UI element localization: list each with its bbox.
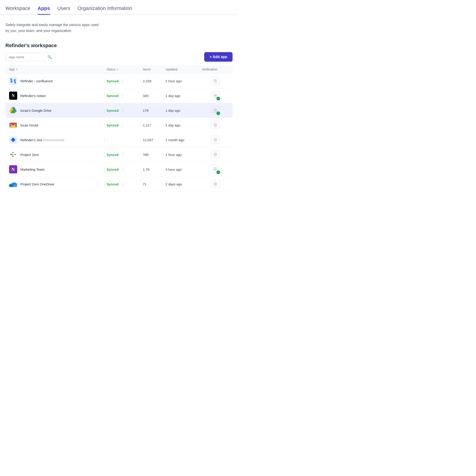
search-icon: 🔍 [47, 55, 52, 59]
verification-cell [202, 136, 229, 144]
status-menu-dots[interactable]: ⋮ [121, 78, 125, 84]
status-cell: Synced ⋮ [106, 93, 143, 98]
svg-text:N: N [12, 167, 15, 172]
verification-shield[interactable]: ✓ [211, 92, 220, 100]
verification-shield[interactable] [211, 151, 220, 159]
app-name: lucas's Google Drive [20, 109, 51, 112]
svg-rect-23 [12, 154, 13, 155]
svg-point-1 [215, 81, 216, 82]
app-menu-dots[interactable]: ⋮ [102, 78, 106, 84]
status-synced: Synced [106, 79, 119, 83]
table-row: N Refinder's notion ⋮ Synced ⋮ 345 1 day… [5, 88, 233, 103]
status-menu-dots[interactable]: ⋮ [121, 123, 125, 128]
status-cell: Synced ⋮ [106, 182, 143, 187]
verification-shield[interactable] [211, 136, 220, 144]
verification-shield[interactable]: ✓ [211, 165, 220, 173]
verification-shield[interactable] [211, 77, 220, 85]
status-cell: Synced ⋮ [106, 123, 143, 128]
add-app-button[interactable]: + Add app [204, 52, 233, 62]
app-name: Refinder - confluence [20, 79, 53, 83]
svg-point-36 [215, 154, 216, 155]
app-name: Marketing Team [20, 168, 44, 171]
tab-apps[interactable]: Apps [38, 5, 50, 15]
toolbar: 🔍 + Add app [0, 52, 238, 65]
status-synced: Synced [106, 94, 119, 98]
verification-shield[interactable] [211, 121, 220, 129]
search-input[interactable] [9, 55, 46, 59]
app-logo [9, 136, 17, 144]
updated-cell: 1 day ago [166, 109, 202, 112]
col-header-updated: Updated [166, 68, 202, 71]
app-menu-dots[interactable]: ⋮ [102, 182, 106, 187]
verification-cell [202, 77, 229, 85]
col-header-verification: Verification [202, 68, 229, 71]
svg-point-16 [215, 125, 216, 126]
table-row: lucas Gmail ⋮ Synced ⋮ 1,217 1 day ago [5, 118, 233, 133]
app-name: Refinder's notion [20, 94, 46, 98]
app-cell: N Refinder's notion ⋮ [9, 92, 106, 100]
updated-cell: 1 hour ago [166, 153, 202, 157]
table-body: Refinder - confluence ⋮ Synced ⋮ 2,328 2… [5, 74, 233, 191]
svg-rect-34 [15, 154, 16, 155]
verified-check-icon: ✓ [217, 170, 220, 174]
svg-point-44 [14, 185, 17, 187]
updated-cell: 2 days ago [166, 182, 202, 186]
status-menu-dots[interactable]: ⋮ [121, 182, 125, 187]
items-cell: 789 [143, 153, 166, 157]
sort-icon-status: ⇅ [117, 68, 119, 71]
verified-check-icon: ✓ [217, 97, 220, 101]
status-cell: - [106, 138, 143, 142]
verification-cell: ✓ [202, 106, 229, 115]
status-menu-dots[interactable]: ⋮ [121, 93, 125, 98]
updated-cell: 1 day ago [166, 123, 202, 127]
col-header-status[interactable]: Status ⇅ [106, 68, 143, 71]
status-synced: Synced [106, 109, 119, 112]
status-cell: Synced ⋮ [106, 78, 143, 84]
svg-rect-0 [9, 77, 17, 85]
apps-table: App ⇅ Status ⇅ Items Updated Verificatio… [0, 65, 238, 191]
updated-cell: 1 month ago [166, 138, 202, 142]
items-cell: 2,328 [143, 79, 166, 83]
svg-point-45 [9, 185, 14, 187]
col-header-items: Items [143, 68, 166, 71]
app-cell: Project Zero ⋮ [9, 151, 106, 159]
app-menu-dots[interactable]: ⋮ [102, 152, 106, 157]
tab-users[interactable]: Users [57, 5, 70, 15]
sort-icon-app: ⇅ [16, 68, 18, 71]
items-cell: 178 [143, 109, 166, 112]
verification-cell [202, 151, 229, 159]
app-name: Refinder's Jira (Disconnected) [20, 138, 64, 142]
verification-cell [202, 121, 229, 129]
tab-workspace[interactable]: Workspace [5, 5, 30, 15]
svg-point-46 [215, 184, 216, 185]
verification-shield[interactable]: ✓ [211, 106, 220, 115]
items-cell: 71 [143, 182, 166, 186]
verified-check-icon: ✓ [217, 112, 220, 115]
updated-cell: 1 day ago [166, 94, 202, 98]
app-menu-dots[interactable]: ⋮ [102, 108, 106, 113]
verification-cell [202, 180, 229, 188]
app-logo [9, 77, 17, 85]
status-menu-dots[interactable]: ⋮ [121, 152, 125, 157]
items-cell: 345 [143, 94, 166, 98]
app-name: Project Zero [20, 153, 39, 157]
app-logo: N [9, 165, 17, 173]
search-box[interactable]: 🔍 [5, 53, 55, 61]
app-menu-dots[interactable]: ⋮ [102, 93, 106, 98]
status-menu-dots[interactable]: ⋮ [121, 108, 125, 113]
app-menu-dots[interactable]: ⋮ [102, 137, 106, 142]
tab-org-info[interactable]: Organization Information [78, 5, 132, 15]
app-cell: Refinder's Jira (Disconnected) ⋮ [9, 136, 106, 144]
updated-cell: 2 hour ago [166, 79, 202, 83]
app-menu-dots[interactable]: ⋮ [102, 123, 106, 128]
status-menu-dots[interactable]: ⋮ [121, 167, 125, 172]
app-menu-dots[interactable]: ⋮ [102, 167, 106, 172]
col-header-app[interactable]: App ⇅ [9, 68, 106, 71]
items-cell: 1,79 [143, 168, 166, 171]
svg-point-40 [215, 169, 216, 170]
verification-shield[interactable] [211, 180, 220, 188]
table-header: App ⇅ Status ⇅ Items Updated Verificatio… [5, 65, 233, 74]
status-cell: Synced ⋮ [106, 152, 143, 157]
app-cell: lucas's Google Drive ⋮ [9, 106, 106, 115]
svg-rect-32 [10, 154, 12, 155]
